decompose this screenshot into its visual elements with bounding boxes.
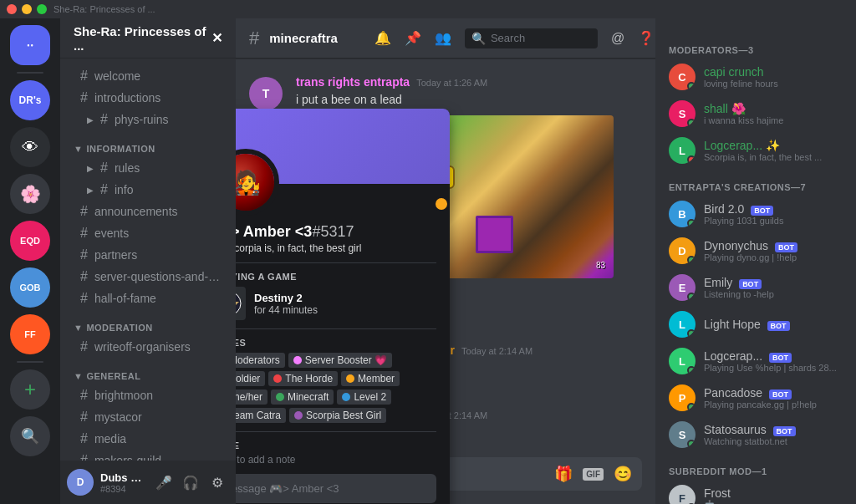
explore-icon[interactable]: 🔍 xyxy=(10,416,50,456)
playing-game: Destiny 2 for 44 minutes xyxy=(236,287,436,320)
member-info: Emily BOT Listening to -help xyxy=(704,276,843,299)
bot-tag: BOT xyxy=(751,206,773,216)
popup-message-input[interactable]: Message 🎮> Amber <3 xyxy=(236,474,436,503)
server-icon-drs[interactable]: DR's xyxy=(10,80,50,120)
member-logcerap-bot[interactable]: L Logcerap... BOT Playing Use %help | sh… xyxy=(662,343,849,379)
hash-notify-icon[interactable]: 🔔 xyxy=(374,30,391,46)
hash-icon: # xyxy=(100,112,108,127)
member-name: capi crunch xyxy=(704,65,843,79)
note-click[interactable]: Click to add a note xyxy=(236,454,436,466)
member-avatar: L xyxy=(669,311,696,338)
emoji-icon[interactable]: 😊 xyxy=(614,465,632,483)
status-online xyxy=(687,256,696,264)
channel-writeoff[interactable]: # writeoff-organisers xyxy=(67,336,229,358)
avatar: T xyxy=(249,77,283,110)
status-online xyxy=(687,329,696,338)
member-info: Light Hope BOT xyxy=(704,318,843,331)
at-icon[interactable]: @ xyxy=(611,31,624,46)
server-list: DR's 👁 🌸 EQD GOB FF + 🔍 xyxy=(0,18,60,504)
window-title: She-Ra: Princesses of ... xyxy=(54,4,155,14)
server-icon-gob[interactable]: GOB xyxy=(10,267,50,308)
channel-events[interactable]: # events xyxy=(67,222,229,244)
channel-info[interactable]: ▶ # info xyxy=(67,179,229,201)
member-statosaurus[interactable]: S Statosaurus BOT Watching statbot.net xyxy=(662,416,849,453)
channel-media[interactable]: # media xyxy=(67,428,229,450)
server-icon-fun[interactable]: FF xyxy=(10,314,50,354)
status-online xyxy=(687,366,696,374)
gif-icon[interactable]: GIF xyxy=(583,468,604,481)
server-icon-discord[interactable] xyxy=(10,25,50,65)
member-frost[interactable]: F Frost 🤖 xyxy=(662,480,849,504)
server-icon-s1[interactable]: 👁 xyxy=(10,127,50,167)
main-content: # minecraftra channel to discuss our ser… xyxy=(236,18,655,504)
server-icon-s2[interactable]: 🌸 xyxy=(10,174,50,214)
message-username[interactable]: trans rights entrapta xyxy=(296,75,410,89)
member-name: Dynonychus BOT xyxy=(704,239,843,252)
member-bird[interactable]: B Bird 2.0 BOT Playing 1031 guilds xyxy=(662,196,849,232)
help-icon[interactable]: ❓ xyxy=(638,30,655,46)
members-icon[interactable]: 👥 xyxy=(435,30,451,46)
server-icon-eqd[interactable]: EQD xyxy=(10,221,50,261)
member-dynonychus[interactable]: D Dynonychus BOT Playing dyno.gg | !help xyxy=(662,232,849,269)
category-genereal[interactable]: ▼ GENEREAL xyxy=(60,358,236,384)
role-tag-she-her: she/her xyxy=(236,389,268,405)
close-button[interactable] xyxy=(7,4,17,14)
minimize-button[interactable] xyxy=(22,4,32,14)
server-name[interactable]: She-Ra: Princesses of ... ✕ xyxy=(60,18,236,59)
popup-divider xyxy=(236,262,436,263)
member-shall[interactable]: S shall 🌺 i wanna kiss hajime xyxy=(662,95,849,132)
mute-icon[interactable]: 🎤 xyxy=(152,471,176,494)
channel-sidebar: She-Ra: Princesses of ... ✕ # welcome # … xyxy=(60,18,236,504)
member-info: Statosaurus BOT Watching statbot.net xyxy=(704,423,843,446)
title-bar: She-Ra: Princesses of ... xyxy=(0,0,856,18)
popup-avatar-area: 🧑‍🎤 xyxy=(236,149,450,216)
category-information[interactable]: ▼ INFORMATION xyxy=(60,130,236,157)
member-name: Logcerap... BOT xyxy=(704,349,843,363)
member-capi-crunch[interactable]: C capi crunch loving feline hours xyxy=(662,59,849,95)
channel-introductions[interactable]: # introductions xyxy=(67,87,229,109)
channel-rules[interactable]: ▶ # rules xyxy=(67,157,229,179)
sidebar-bottom: D Dubs Rewat... #8394 🎤 🎧 ⚙ xyxy=(60,461,236,504)
channel-list: # welcome # introductions ▶ # phys-ruins… xyxy=(60,59,236,461)
search-bar[interactable]: 🔍 xyxy=(465,28,598,48)
channel-makers-guild[interactable]: # makers-guild xyxy=(67,450,229,461)
category-moderation[interactable]: ▼ MODERATION xyxy=(60,309,236,336)
hash-icon: # xyxy=(80,339,88,354)
channel-partners[interactable]: # partners xyxy=(67,244,229,266)
settings-icon[interactable]: ⚙ xyxy=(206,471,229,494)
add-server-button[interactable]: + xyxy=(10,369,50,410)
channel-phys-ruins[interactable]: ▶ # phys-ruins xyxy=(67,109,229,130)
member-avatar: C xyxy=(669,64,696,90)
status-online xyxy=(687,293,696,301)
popup-divider-2 xyxy=(236,328,436,329)
member-emily[interactable]: E Emily BOT Listening to -help xyxy=(662,269,849,306)
channel-header: # minecraftra channel to discuss our ser… xyxy=(236,18,655,59)
member-name: Pancadose BOT xyxy=(704,386,843,400)
roles-section: ROLES Moderators Server Booster 💗 xyxy=(236,338,436,423)
channel-hall-of-fame[interactable]: # hall-of-fame xyxy=(67,288,229,309)
member-pancadose[interactable]: P Pancadose BOT Playing pancake.gg | p!h… xyxy=(662,379,849,416)
popup-input-box[interactable]: Message 🎮> Amber <3 xyxy=(236,474,436,503)
deafen-icon[interactable]: 🎧 xyxy=(179,471,202,494)
member-logcerap[interactable]: L Logcerap... ✨ Scorpia is, in fact, the… xyxy=(662,132,849,169)
bot-tag: BOT xyxy=(767,321,790,331)
pin-icon[interactable]: 📌 xyxy=(405,30,421,46)
hash-icon: # xyxy=(80,410,88,425)
bot-tag: BOT xyxy=(769,389,792,400)
member-name: Statosaurus BOT xyxy=(704,423,843,436)
member-subtext: Watching statbot.net xyxy=(704,436,843,446)
maximize-button[interactable] xyxy=(37,4,47,14)
channel-welcome[interactable]: # welcome xyxy=(67,65,229,87)
channel-server-questions[interactable]: # server-questions-and-fee... xyxy=(67,266,229,288)
member-subtext: i wanna kiss hajime xyxy=(704,115,843,125)
channel-announcements[interactable]: # announcements xyxy=(67,201,229,222)
status-dnd xyxy=(687,155,696,164)
channel-brightmoon[interactable]: # brightmoon xyxy=(67,384,229,406)
status-online xyxy=(687,219,696,227)
popup-discriminator: #5317 xyxy=(312,223,354,241)
member-light-hope[interactable]: L Light Hope BOT xyxy=(662,306,849,343)
gift-icon[interactable]: 🎁 xyxy=(554,465,573,483)
message-timestamp: Today at 1:26 AM xyxy=(416,78,487,88)
channel-mystacor[interactable]: # mystacor xyxy=(67,406,229,428)
search-input[interactable] xyxy=(491,32,591,44)
